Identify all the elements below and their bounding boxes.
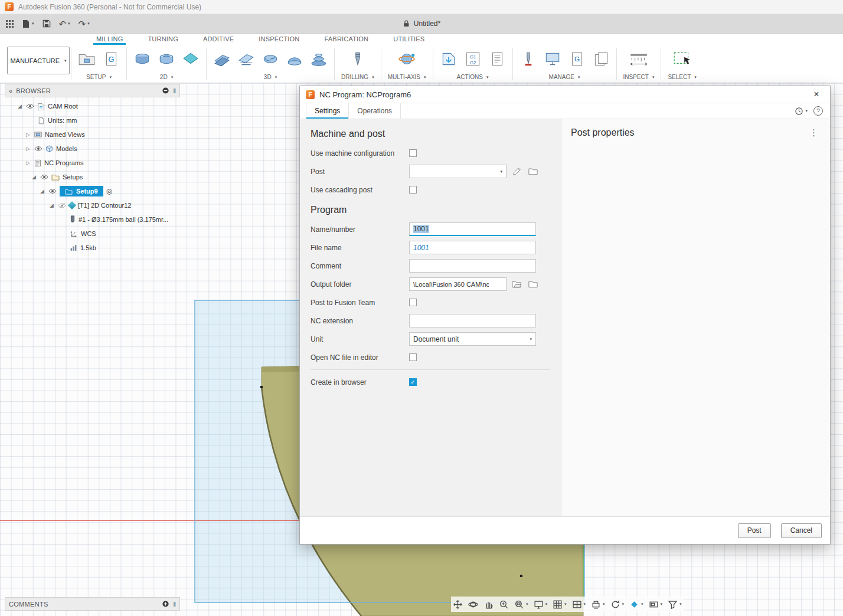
vertex-point[interactable] [260, 386, 263, 388]
unit-select[interactable]: Document unit ▾ [409, 332, 536, 346]
create-in-browser-checkbox[interactable]: ✓ [409, 378, 417, 386]
select-icon[interactable] [672, 51, 692, 70]
tab-additive[interactable]: ADDITIVE [191, 35, 246, 45]
3d-pocket-icon[interactable] [213, 51, 231, 69]
workspace-selector-button[interactable]: MANUFACTURE ▾ [7, 47, 70, 74]
tab-settings[interactable]: Settings [306, 103, 349, 119]
use-cascading-post-checkbox[interactable]: ✓ [409, 186, 417, 194]
browser-header[interactable]: « BROWSER ‖ [5, 84, 180, 97]
dialog-titlebar[interactable]: F NC Program: NCProgram6 × [300, 86, 830, 103]
tree-item-models[interactable]: ▷ Models [5, 142, 180, 156]
browse-output-folder-icon[interactable] [527, 278, 540, 291]
tab-fabrication[interactable]: FABRICATION [312, 35, 381, 45]
filter-icon[interactable]: ▾ [666, 598, 684, 611]
nc-extension-input[interactable] [409, 314, 536, 327]
group-label-inspect[interactable]: INSPECT [623, 74, 649, 80]
collapse-icon[interactable]: ▷ [25, 146, 31, 152]
file-menu-button[interactable]: ▾ [22, 19, 34, 28]
refresh-icon[interactable]: ▾ [609, 598, 626, 611]
group-label-manage[interactable]: MANAGE [549, 74, 574, 80]
new-setup-icon[interactable] [78, 51, 96, 69]
setup-sheet-icon[interactable] [488, 51, 506, 69]
document-tab[interactable]: Untitled* [403, 19, 440, 28]
open-output-folder-icon[interactable] [510, 278, 523, 291]
visibility-off-eye-icon[interactable] [58, 202, 66, 209]
screen-layout-icon[interactable]: ▾ [647, 598, 665, 611]
pan-hand-icon[interactable] [482, 598, 495, 611]
panel-grip-icon[interactable]: ‖ [173, 601, 176, 608]
visibility-eye-icon[interactable] [48, 188, 57, 194]
visibility-eye-icon[interactable] [26, 103, 34, 109]
tree-item-2d-contour[interactable]: ◢ [T1] 2D Contour12 [5, 198, 180, 212]
target-icon[interactable]: ◎ [106, 187, 112, 195]
template-library-icon[interactable] [592, 51, 610, 69]
browse-post-folder-icon[interactable] [527, 165, 540, 178]
tree-item-setup9[interactable]: ◢ Setup9 ◎ [5, 184, 180, 198]
3d-parallel-icon[interactable] [237, 51, 255, 69]
viewports-icon[interactable]: ▾ [570, 598, 588, 611]
group-label-drilling[interactable]: DRILLING [341, 74, 368, 80]
new-folder-icon[interactable]: G [102, 51, 120, 69]
collapse-panel-icon[interactable]: « [9, 87, 12, 94]
post-combobox[interactable]: ▾ [409, 165, 507, 178]
tab-operations[interactable]: Operations [349, 103, 401, 119]
close-icon[interactable]: × [809, 89, 824, 100]
group-label-3d[interactable]: 3D [264, 74, 272, 80]
cancel-button[interactable]: Cancel [781, 523, 822, 538]
gcode-editor-icon[interactable]: G1G2 [464, 51, 482, 69]
orbit-icon[interactable] [466, 598, 480, 611]
group-label-2d[interactable]: 2D [160, 74, 168, 80]
tree-item-units[interactable]: Units: mm [5, 113, 180, 127]
tab-turning[interactable]: TURNING [135, 35, 191, 45]
multi-axis-icon[interactable] [397, 51, 416, 69]
expand-icon[interactable]: ◢ [39, 188, 45, 194]
open-nc-file-checkbox[interactable]: ✓ [409, 353, 417, 361]
collapse-all-icon[interactable] [162, 87, 169, 94]
post-library-icon[interactable]: G [568, 51, 586, 69]
tree-item-tool[interactable]: #1 - Ø3.175mm ball (3.175mr... [5, 212, 180, 227]
collapse-icon[interactable]: ▷ [25, 132, 31, 137]
group-label-actions[interactable]: ACTIONS [457, 74, 483, 80]
post-process-icon[interactable] [440, 51, 458, 69]
setup9-selected-chip[interactable]: Setup9 [60, 186, 103, 196]
expand-icon[interactable]: ◢ [31, 174, 37, 180]
display-settings-icon[interactable]: ▾ [532, 598, 550, 611]
2d-adaptive-icon[interactable] [133, 51, 151, 69]
tree-item-nc-programs[interactable]: ▷ NC Programs [5, 156, 180, 170]
3d-steep-icon[interactable] [310, 51, 328, 69]
app-grid-icon[interactable] [6, 20, 14, 28]
grid-snaps-icon[interactable]: ▾ [551, 598, 568, 611]
visibility-eye-icon[interactable] [40, 174, 48, 180]
redo-button[interactable]: ↷▾ [79, 19, 90, 28]
expand-comments-icon[interactable] [162, 600, 169, 608]
group-label-setup[interactable]: SETUP [86, 74, 106, 80]
machine-library-icon[interactable] [544, 51, 561, 69]
panel-grip-icon[interactable]: ‖ [173, 87, 176, 94]
visibility-eye-icon[interactable] [34, 146, 43, 152]
2d-pocket-icon[interactable] [158, 51, 175, 69]
expand-icon[interactable]: ◢ [48, 202, 55, 208]
file-name-input[interactable]: 1001 [409, 241, 536, 254]
comments-header[interactable]: COMMENTS ‖ [5, 597, 180, 611]
zoom-window-icon[interactable]: ▾ [512, 598, 530, 611]
pan-move-icon[interactable] [451, 598, 465, 611]
expand-icon[interactable]: ◢ [17, 103, 23, 109]
zoom-icon[interactable] [497, 598, 511, 611]
history-dropdown[interactable]: ▾ [795, 107, 808, 116]
tree-item-setups[interactable]: ◢ Setups [5, 170, 180, 184]
tree-item-size[interactable]: 1.5kb [5, 241, 180, 255]
edit-post-icon[interactable] [510, 165, 523, 178]
tool-library-icon[interactable] [519, 51, 537, 69]
comment-input[interactable] [409, 259, 536, 273]
use-machine-configuration-checkbox[interactable]: ✓ [409, 149, 417, 157]
tab-utilities[interactable]: UTILITIES [381, 35, 437, 45]
kebab-menu-icon[interactable]: ⋮ [807, 127, 821, 138]
tree-item-named-views[interactable]: ▷ Named Views [5, 127, 180, 142]
output-folder-input[interactable]: \Local\Fusion 360 CAM\nc [409, 277, 507, 291]
post-to-fusion-team-checkbox[interactable]: ✓ [409, 299, 417, 306]
tab-inspection[interactable]: INSPECTION [246, 35, 312, 45]
post-button[interactable]: Post [738, 523, 771, 538]
help-icon[interactable]: ? [813, 106, 823, 116]
3d-spiral-icon[interactable] [262, 51, 279, 69]
collapse-icon[interactable]: ▷ [25, 160, 31, 166]
